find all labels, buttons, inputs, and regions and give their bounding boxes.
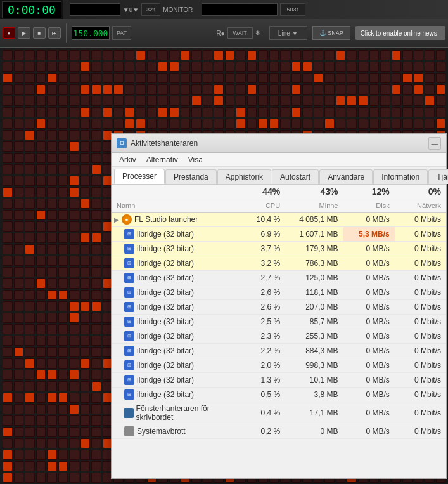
col-header-name[interactable]: Namn [112, 199, 240, 213]
process-name-cell: Fönsterhanteraren för skrivbordet [112, 402, 238, 424]
process-memory: 0 MB [285, 424, 343, 439]
tm-tbody: ▶●FL Studio launcher10,4 %4 085,1 MB0 MB… [112, 213, 446, 439]
process-name-text: ilbridge (32 bitar) [137, 332, 194, 341]
table-row[interactable]: ⊞ilbridge (32 bitar)1,3 %10,1 MB0 MB/s0 … [112, 373, 446, 388]
tm-menubar: Arkiv Alternativ Visa [112, 153, 446, 167]
tm-app-icon: ⚙ [117, 138, 127, 148]
table-row[interactable]: ⊞ilbridge (32 bitar)6,9 %1 607,1 MB5,3 M… [112, 227, 446, 242]
process-disk: 5,3 MB/s [343, 227, 395, 242]
table-row[interactable]: ⊞ilbridge (32 bitar)2,7 %125,0 MB0 MB/s0… [112, 271, 446, 285]
col-header-memory[interactable]: Minne [285, 199, 343, 213]
process-name-cell: ⊞ilbridge (32 bitar) [112, 242, 238, 256]
tm-tabs: ProcesserPrestandaApphistorikAutostartAn… [112, 167, 446, 185]
tab-prestanda[interactable]: Prestanda [165, 169, 217, 184]
tm-col-headers: Namn CPU Minne Disk Nätverk [112, 199, 446, 213]
col-header-cpu[interactable]: CPU [240, 199, 285, 213]
process-memory: 17,1 MB [285, 402, 343, 424]
process-cpu: 0,5 % [240, 388, 285, 402]
process-name-text: ilbridge (32 bitar) [137, 361, 194, 370]
table-row[interactable]: ⊞ilbridge (32 bitar)3,2 %786,3 MB0 MB/s0… [112, 256, 446, 271]
process-name-text: ilbridge (32 bitar) [137, 230, 194, 239]
table-row[interactable]: ⊞ilbridge (32 bitar)2,6 %118,1 MB0 MB/s0… [112, 285, 446, 300]
process-cpu: 2,6 % [240, 300, 285, 315]
process-disk: 0 MB/s [343, 285, 395, 300]
transport-play[interactable]: ▶ [18, 27, 30, 39]
table-row[interactable]: ⊞ilbridge (32 bitar)2,5 %85,7 MB0 MB/s0 … [112, 315, 446, 329]
process-network: 0 Mbit/s [395, 213, 446, 227]
taskmanager-window: ⚙ Aktivitetshanteraren — Arkiv Alternati… [111, 133, 447, 479]
process-cpu: 10,4 % [240, 213, 285, 227]
table-row[interactable]: Systemavbrott0,2 %0 MB0 MB/s0 Mbit/s [112, 424, 446, 439]
process-memory: 1 607,1 MB [285, 227, 343, 242]
process-icon: ⊞ [124, 346, 134, 356]
tab-autostart[interactable]: Autostart [272, 169, 319, 184]
tm-minimize-button[interactable]: — [428, 137, 441, 150]
expand-icon[interactable]: ▶ [114, 216, 119, 223]
table-row[interactable]: ⊞ilbridge (32 bitar)3,7 %179,3 MB0 MB/s0… [112, 242, 446, 256]
tab-tjänster[interactable]: Tjänster [428, 169, 448, 184]
process-disk: 0 MB/s [343, 373, 395, 388]
process-name-text: ilbridge (32 bitar) [137, 376, 194, 384]
process-icon: ● [122, 214, 132, 225]
process-memory: 118,1 MB [285, 285, 343, 300]
table-row[interactable]: ⊞ilbridge (32 bitar)2,2 %884,3 MB0 MB/s0… [112, 344, 446, 358]
menu-item-visa[interactable]: Visa [183, 154, 208, 166]
process-icon: ⊞ [124, 317, 134, 327]
process-icon: ⊞ [124, 360, 134, 370]
process-name-text: ilbridge (32 bitar) [137, 244, 194, 253]
process-cpu: 2,6 % [240, 285, 285, 300]
process-name-cell: ⊞ilbridge (32 bitar) [112, 256, 238, 270]
process-name-cell: ⊞ilbridge (32 bitar) [112, 227, 238, 241]
process-disk: 0 MB/s [343, 344, 395, 358]
fl-topbar: 0:00:00 ▼u▼ 32↑ MONITOR 503↑ [0, 0, 448, 19]
process-icon: ⊞ [124, 331, 134, 341]
table-row[interactable]: ⊞ilbridge (32 bitar)2,3 %255,3 MB0 MB/s0… [112, 329, 446, 344]
process-cpu: 0,4 % [240, 402, 285, 424]
tab-information[interactable]: Information [373, 169, 428, 184]
process-network: 0 Mbit/s [395, 300, 446, 315]
table-row[interactable]: ⊞ilbridge (32 bitar)2,6 %207,0 MB0 MB/s0… [112, 300, 446, 315]
process-cpu: 3,2 % [240, 256, 285, 271]
table-row[interactable]: Fönsterhanteraren för skrivbordet0,4 %17… [112, 402, 446, 424]
table-row[interactable]: ⊞ilbridge (32 bitar)2,0 %998,3 MB0 MB/s0… [112, 358, 446, 373]
process-name-cell: ⊞ilbridge (32 bitar) [112, 329, 238, 343]
process-icon: ⊞ [124, 389, 134, 400]
process-name-text: ilbridge (32 bitar) [137, 288, 194, 297]
tm-thead: 44% 43% 12% 0% Namn CPU Minne Disk Nätve… [112, 185, 446, 213]
process-memory: 125,0 MB [285, 271, 343, 285]
process-name-cell: ⊞ilbridge (32 bitar) [112, 315, 238, 329]
process-disk: 0 MB/s [343, 402, 395, 424]
process-cpu: 2,5 % [240, 315, 285, 329]
process-name-text: ilbridge (32 bitar) [137, 346, 194, 355]
process-name-cell: ⊞ilbridge (32 bitar) [112, 285, 238, 299]
process-cpu: 6,9 % [240, 227, 285, 242]
process-network: 0 Mbit/s [395, 315, 446, 329]
process-icon: ⊞ [124, 273, 134, 283]
process-network: 0 Mbit/s [395, 388, 446, 402]
menu-item-alternativ[interactable]: Alternativ [141, 154, 183, 166]
transport-record[interactable]: ● [3, 27, 15, 39]
tab-användare[interactable]: Användare [319, 169, 373, 184]
menu-item-arkiv[interactable]: Arkiv [114, 154, 141, 166]
process-icon: ⊞ [124, 258, 134, 268]
transport-stop[interactable]: ■ [33, 27, 46, 39]
process-memory: 3,8 MB [285, 388, 343, 402]
tab-apphistorik[interactable]: Apphistorik [217, 169, 271, 184]
process-cpu: 0,2 % [240, 424, 285, 439]
process-network: 0 Mbit/s [395, 344, 446, 358]
process-disk: 0 MB/s [343, 388, 395, 402]
tab-processer[interactable]: Processer [114, 169, 165, 184]
process-memory: 884,3 MB [285, 344, 343, 358]
col-header-disk[interactable]: Disk [343, 199, 395, 213]
process-icon: ⊞ [124, 229, 134, 239]
process-memory: 998,3 MB [285, 358, 343, 373]
process-name-cell: ⊞ilbridge (32 bitar) [112, 344, 238, 358]
col-header-network[interactable]: Nätverk [395, 199, 446, 213]
fl-transport: ● ▶ ■ ⏭ 150.000 PAT R● WAIT ✻ Line ▼ ⚓ S… [0, 19, 448, 48]
table-row[interactable]: ⊞ilbridge (32 bitar)0,5 %3,8 MB0 MB/s0 M… [112, 388, 446, 402]
tm-summary-row: 44% 43% 12% 0% [112, 185, 446, 199]
transport-skip[interactable]: ⏭ [48, 27, 61, 39]
process-cpu: 2,7 % [240, 271, 285, 285]
process-name-text: ilbridge (32 bitar) [137, 317, 194, 326]
table-row[interactable]: ▶●FL Studio launcher10,4 %4 085,1 MB0 MB… [112, 213, 446, 227]
